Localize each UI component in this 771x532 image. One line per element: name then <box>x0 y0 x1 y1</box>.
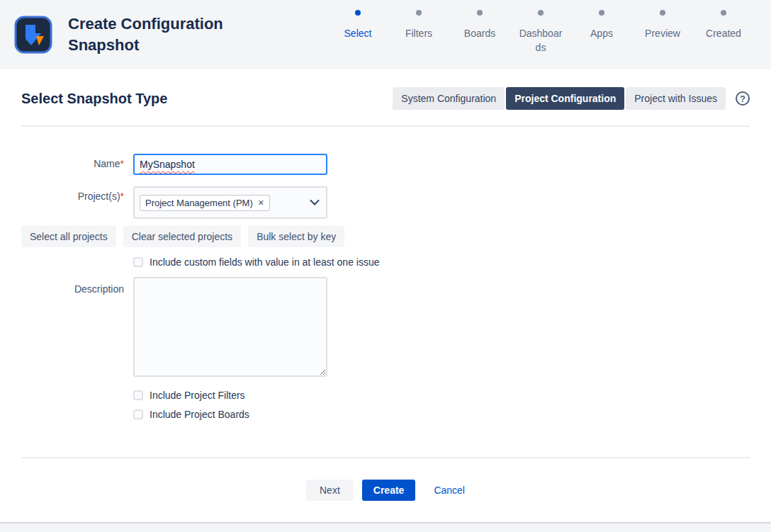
include-boards-checkbox[interactable] <box>133 409 143 419</box>
cancel-button[interactable]: Cancel <box>434 485 465 496</box>
name-input[interactable]: MySnapshot <box>133 154 327 175</box>
custom-fields-checkbox-row: Include custom fields with value in at l… <box>133 256 750 268</box>
step-label: Apps <box>583 27 620 41</box>
step-filters: Filters <box>388 10 449 55</box>
project-actions-row: Select all projects Clear selected proje… <box>21 226 750 247</box>
clear-selected-projects-button[interactable]: Clear selected projects <box>123 226 241 247</box>
projects-multiselect[interactable]: Project Management (PM) ✕ <box>133 186 327 219</box>
tab-system-configuration[interactable]: System Configuration <box>393 87 505 110</box>
select-all-projects-button[interactable]: Select all projects <box>21 226 116 247</box>
step-boards: Boards <box>449 10 510 55</box>
step-label: Preview <box>638 27 687 41</box>
remove-tag-icon[interactable]: ✕ <box>258 199 264 207</box>
step-label: Dashboards <box>510 27 571 55</box>
include-filters-checkbox-row: Include Project Filters <box>133 390 750 401</box>
app-title: Create Configuration Snapshot <box>68 13 275 55</box>
step-created: Created <box>693 10 754 55</box>
footer-actions: Next Create Cancel <box>21 458 750 514</box>
bulk-select-by-key-button[interactable]: Bulk select by key <box>248 226 344 247</box>
app-logo-icon <box>14 16 52 54</box>
heading-row: Select Snapshot Type System Configuratio… <box>21 87 750 110</box>
name-input-value: MySnapshot <box>140 159 195 170</box>
chevron-down-icon[interactable] <box>310 200 320 206</box>
step-label: Filters <box>398 27 439 41</box>
description-row: Description <box>21 277 750 377</box>
next-button[interactable]: Next <box>306 480 354 501</box>
step-label: Boards <box>457 27 502 41</box>
required-mark: * <box>120 191 124 202</box>
heading-divider <box>21 125 750 127</box>
step-dot <box>477 10 483 16</box>
help-icon[interactable]: ? <box>736 91 750 106</box>
include-filters-checkbox-label: Include Project Filters <box>150 390 245 401</box>
include-boards-checkbox-row: Include Project Boards <box>133 409 750 420</box>
snapshot-form: Name* MySnapshot Project(s)* Project Man… <box>21 154 750 420</box>
include-filters-checkbox[interactable] <box>133 390 143 400</box>
step-dot <box>599 10 604 16</box>
custom-fields-checkbox-label: Include custom fields with value in at l… <box>150 256 380 268</box>
description-textarea[interactable] <box>133 277 327 377</box>
step-dashboards: Dashboards <box>510 10 571 55</box>
step-label: Select <box>337 27 379 41</box>
projects-row: Project(s)* Project Management (PM) ✕ <box>21 186 750 219</box>
custom-fields-checkbox[interactable] <box>133 257 143 267</box>
step-select: Select <box>327 10 388 55</box>
name-row: Name* MySnapshot <box>21 154 750 175</box>
projects-label: Project(s)* <box>21 186 124 219</box>
name-label: Name* <box>21 154 124 175</box>
step-dot <box>355 10 361 16</box>
include-boards-checkbox-label: Include Project Boards <box>150 409 249 420</box>
project-tag-label: Project Management (PM) <box>145 198 253 208</box>
step-dot <box>416 10 422 16</box>
step-label: Created <box>699 27 748 41</box>
page-title: Select Snapshot Type <box>21 91 167 107</box>
step-preview: Preview <box>632 10 693 55</box>
description-label: Description <box>21 277 124 377</box>
main-panel: Select Snapshot Type System Configuratio… <box>0 69 771 522</box>
snapshot-type-tabs: System Configuration Project Configurati… <box>393 87 726 110</box>
step-apps: Apps <box>571 10 632 55</box>
step-dot <box>538 10 544 16</box>
tab-project-configuration[interactable]: Project Configuration <box>506 87 624 110</box>
required-mark: * <box>120 158 124 169</box>
step-dot <box>660 10 665 16</box>
tab-project-with-issues[interactable]: Project with Issues <box>626 87 726 110</box>
create-button[interactable]: Create <box>362 480 416 501</box>
step-dot <box>721 10 726 16</box>
project-tag: Project Management (PM) ✕ <box>140 195 270 211</box>
wizard-stepper: Select Filters Boards Dashboards Apps Pr… <box>327 0 754 55</box>
app-header: Create Configuration Snapshot Select Fil… <box>0 0 771 69</box>
